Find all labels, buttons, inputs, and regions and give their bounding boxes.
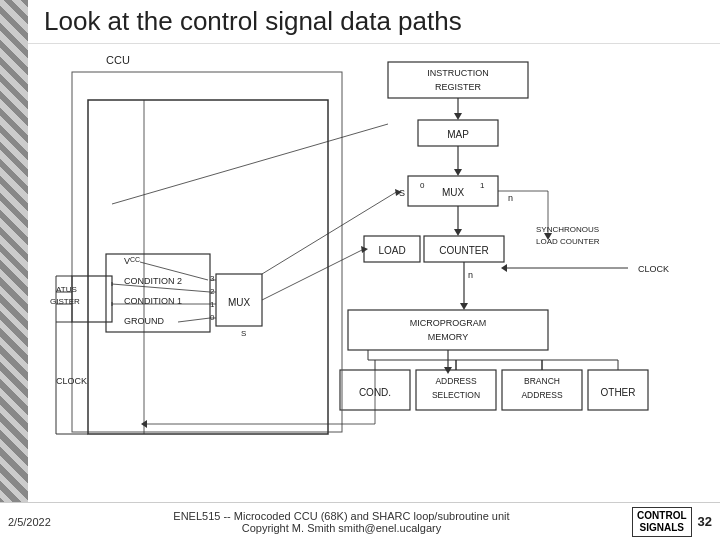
footer-citation: ENEL515 -- Microcoded CCU (68K) and SHAR… — [59, 510, 624, 534]
svg-text:OTHER: OTHER — [601, 387, 636, 398]
svg-text:MUX: MUX — [228, 297, 251, 308]
svg-text:ADDRESS: ADDRESS — [435, 376, 476, 386]
control-signals-label: CONTROL SIGNALS — [632, 507, 691, 537]
diagram-area: CCU INSTRUCTION REGISTER MAP MUX S 0 1 n… — [28, 44, 720, 496]
slide-footer: 2/5/2022 ENEL515 -- Microcoded CCU (68K)… — [0, 502, 720, 540]
svg-text:CCU: CCU — [106, 54, 130, 66]
svg-text:n: n — [508, 193, 513, 203]
svg-text:BRANCH: BRANCH — [524, 376, 560, 386]
svg-text:GISTER: GISTER — [50, 297, 80, 306]
svg-text:n: n — [468, 270, 473, 280]
svg-text:MEMORY: MEMORY — [428, 332, 468, 342]
slide-title: Look at the control signal data paths — [44, 6, 462, 37]
svg-text:REGISTER: REGISTER — [435, 82, 482, 92]
signals-line1: CONTROL — [637, 510, 686, 522]
svg-text:CONDITION 2: CONDITION 2 — [124, 276, 182, 286]
svg-text:LOAD: LOAD — [378, 245, 405, 256]
footer-right-section: CONTROL SIGNALS 32 — [632, 507, 712, 537]
svg-text:0: 0 — [420, 181, 425, 190]
svg-text:0: 0 — [210, 313, 215, 322]
svg-text:INSTRUCTION: INSTRUCTION — [427, 68, 489, 78]
svg-text:CONDITION 1: CONDITION 1 — [124, 296, 182, 306]
svg-text:MICROPROGRAM: MICROPROGRAM — [410, 318, 487, 328]
footer-text-line1: ENEL515 -- Microcoded CCU (68K) and SHAR… — [59, 510, 624, 522]
svg-text:LOAD COUNTER: LOAD COUNTER — [536, 237, 600, 246]
svg-text:COUNTER: COUNTER — [439, 245, 488, 256]
svg-text:CLOCK: CLOCK — [638, 264, 669, 274]
page-number: 32 — [698, 514, 712, 529]
decorative-stripe — [0, 0, 28, 540]
footer-date: 2/5/2022 — [8, 516, 51, 528]
svg-text:CLOCK: CLOCK — [56, 376, 87, 386]
svg-text:ADDRESS: ADDRESS — [521, 390, 562, 400]
svg-text:SELECTION: SELECTION — [432, 390, 480, 400]
svg-text:SYNCHRONOUS: SYNCHRONOUS — [536, 225, 599, 234]
signals-line2: SIGNALS — [637, 522, 686, 534]
svg-text:1: 1 — [480, 181, 485, 190]
slide-header: Look at the control signal data paths — [28, 0, 720, 44]
svg-text:CC: CC — [130, 256, 140, 263]
circuit-diagram: CCU INSTRUCTION REGISTER MAP MUX S 0 1 n… — [28, 44, 720, 496]
svg-text:3: 3 — [210, 274, 215, 283]
svg-text:2: 2 — [210, 287, 215, 296]
svg-text:S: S — [241, 329, 246, 338]
footer-text-line2: Copyright M. Smith smith@enel.ucalgary — [59, 522, 624, 534]
svg-rect-0 — [28, 44, 720, 496]
svg-text:MAP: MAP — [447, 129, 469, 140]
svg-text:1: 1 — [210, 300, 215, 309]
svg-text:MUX: MUX — [442, 187, 465, 198]
svg-text:ATUS: ATUS — [56, 285, 77, 294]
